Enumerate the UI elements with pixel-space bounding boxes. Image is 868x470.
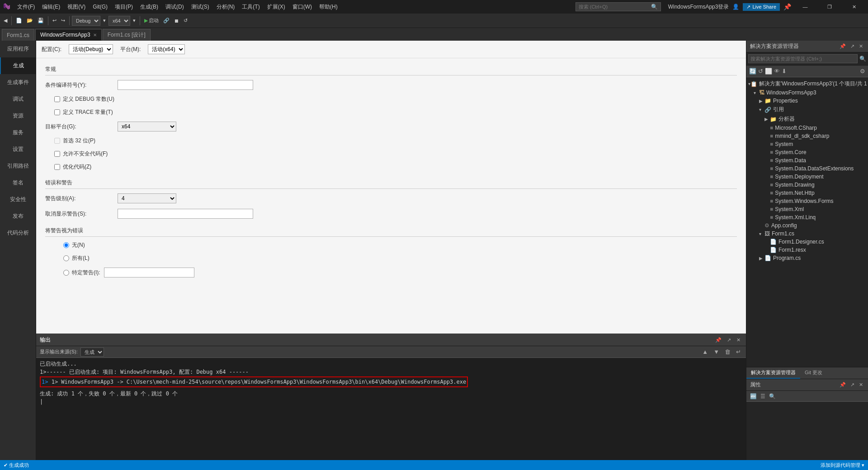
se-filter-icon[interactable]: ⬇ [782,68,787,75]
login-label[interactable]: 登录 [718,3,729,11]
properties-undock-button[interactable]: ↗ [849,382,856,388]
tree-ref-system-core[interactable]: ■ System.Core [746,148,868,156]
close-button[interactable]: ✕ [844,0,864,14]
stop-button[interactable]: ⏹ [172,15,181,27]
tree-ref-system-data-dse[interactable]: ■ System.Data.DataSetExtensions [746,164,868,173]
search-box[interactable]: 🔍 [576,2,661,11]
sidebar-item-code-analysis[interactable]: 代码分析 [0,225,36,241]
tree-ref-system-data[interactable]: ■ System.Data [746,156,868,164]
se-undock-button[interactable]: ↗ [849,43,856,49]
tree-form1cs[interactable]: ▾ 🖼 Form1.cs [746,230,868,238]
tree-properties[interactable]: ▶ 📁 Properties [746,97,868,105]
search-input[interactable] [579,4,651,9]
menu-window[interactable]: 窗口(W) [289,0,316,14]
sidebar-item-debug[interactable]: 调试 [0,91,36,108]
tree-program-cs[interactable]: ▶ 📄 Program.cs [746,254,868,262]
tree-ref-system[interactable]: ■ System [746,140,868,148]
output-wrap[interactable]: ↵ [735,348,742,355]
tree-ref-system-xml-linq[interactable]: ■ System.Xml.Linq [746,213,868,221]
output-go-down[interactable]: ▼ [712,348,721,355]
properties-sort-icon[interactable]: 🔤 [749,393,758,400]
menu-test[interactable]: 测试(S) [188,0,213,14]
tree-project[interactable]: ▾ 🏗 WindowsFormsApp3 [746,89,868,97]
optimize-checkbox[interactable] [54,164,60,170]
menu-git[interactable]: Git(G) [89,0,111,14]
tree-ref-system-deployment[interactable]: ■ System.Deployment [746,173,868,181]
sidebar-item-security[interactable]: 安全性 [0,191,36,208]
properties-close-button[interactable]: ✕ [858,382,864,388]
show-output-select[interactable]: 生成 [80,348,104,357]
debug-config-select[interactable]: Debug [72,16,100,26]
se-refresh-icon[interactable]: ↺ [758,68,763,75]
output-pin-button[interactable]: 📌 [713,337,723,343]
radio-specific[interactable] [63,270,69,276]
specific-warnings-input[interactable] [104,268,194,277]
tree-ref-system-drawing[interactable]: ■ System.Drawing [746,181,868,189]
radio-all[interactable] [63,255,69,261]
tree-analyzers[interactable]: ▶ 📁 分析器 [746,114,868,124]
tree-ref-microsoft-csharp[interactable]: ■ Microsoft.CSharp [746,124,868,132]
run-button[interactable]: ▶ 启动 [142,15,160,27]
menu-analyze[interactable]: 分析(N) [213,0,239,14]
tree-ref-system-net-http[interactable]: ■ System.Net.Http [746,189,868,197]
menu-debug[interactable]: 调试(D) [162,0,188,14]
prefer32bit-checkbox[interactable] [54,138,60,144]
menu-help[interactable]: 帮助(H) [316,0,341,14]
minimize-button[interactable]: — [795,0,816,14]
platform-dropdown[interactable]: ▾ [131,15,137,27]
live-share-button[interactable]: ↗ Live Share [743,3,780,11]
tree-ref-system-xml[interactable]: ■ System.Xml [746,205,868,213]
tree-form1-designer[interactable]: 📄 Form1.Designer.cs [746,238,868,246]
toolbar-save-all[interactable]: 💾 [36,15,46,27]
sidebar-item-services[interactable]: 服务 [0,124,36,141]
sidebar-item-resources[interactable]: 资源 [0,108,36,124]
se-show-all-icon[interactable]: 👁 [774,68,780,75]
se-settings-icon[interactable]: ⚙ [860,68,865,75]
sidebar-item-signing[interactable]: 签名 [0,174,36,191]
restore-button[interactable]: ❐ [819,0,840,14]
target-platform-select[interactable]: x64 [118,122,176,132]
toolbar-undo[interactable]: ↩ [51,15,58,27]
sidebar-item-app[interactable]: 应用程序 [0,41,36,57]
tab-form1-design[interactable]: Form1.cs [设计] [103,29,151,41]
menu-edit[interactable]: 编辑(E) [38,0,64,14]
attach-button[interactable]: 🔗 [161,15,171,27]
toolbar-open[interactable]: 📂 [25,15,35,27]
output-close-button[interactable]: ✕ [735,337,742,343]
toolbar-back[interactable]: ◀ [2,15,9,27]
output-undock-button[interactable]: ↗ [725,337,733,343]
platform-select[interactable]: x64 [108,16,130,26]
menu-view[interactable]: 视图(V) [64,0,89,14]
se-tab-solution[interactable]: 解决方案资源管理器 [746,367,800,379]
se-close-button[interactable]: ✕ [858,43,864,49]
menu-build[interactable]: 生成(B) [137,0,162,14]
properties-category-icon[interactable]: ☰ [760,393,766,400]
output-go-up[interactable]: ▲ [701,348,709,355]
debug-config-dropdown[interactable]: ▾ [101,15,108,27]
se-collapse-icon[interactable]: ⬜ [765,68,772,75]
output-clear[interactable]: 🗑 [723,348,732,355]
define-trace-checkbox[interactable] [54,109,60,115]
tree-ref-mmind[interactable]: ■ mmind_dl_sdk_csharp [746,132,868,140]
properties-search-icon[interactable]: 🔍 [768,393,777,400]
config-select[interactable]: 活动(Debug) [69,44,113,54]
define-debug-checkbox[interactable] [54,96,60,102]
menu-tools[interactable]: 工具(T) [238,0,263,14]
tree-ref-system-windows-forms[interactable]: ■ System.Windows.Forms [746,197,868,205]
sidebar-item-publish[interactable]: 发布 [0,208,36,225]
sidebar-item-build-events[interactable]: 生成事件 [0,74,36,91]
se-sync-icon[interactable]: 🔄 [749,68,756,75]
menu-project[interactable]: 项目(P) [111,0,137,14]
output-content[interactable]: 已启动生成... 1>------ 已启动生成: 项目: WindowsForm… [36,358,746,460]
add-source-control[interactable]: 添加到源代码管理 ▾ [821,462,864,469]
allow-unsafe-checkbox[interactable] [54,151,60,157]
tab-windowsformsapp3[interactable]: WindowsFormsApp3 ✕ [35,29,102,41]
sidebar-item-settings[interactable]: 设置 [0,141,36,158]
properties-pin-button[interactable]: 📌 [838,382,847,388]
platform-select[interactable]: 活动(x64) [148,44,185,54]
tree-app-config[interactable]: ⚙ App.config [746,221,868,230]
tab-windowsformsapp3-close[interactable]: ✕ [93,33,97,38]
warning-level-select[interactable]: 4 [118,193,176,203]
se-search-input[interactable] [748,54,858,63]
tab-form1cs[interactable]: Form1.cs [2,29,34,41]
